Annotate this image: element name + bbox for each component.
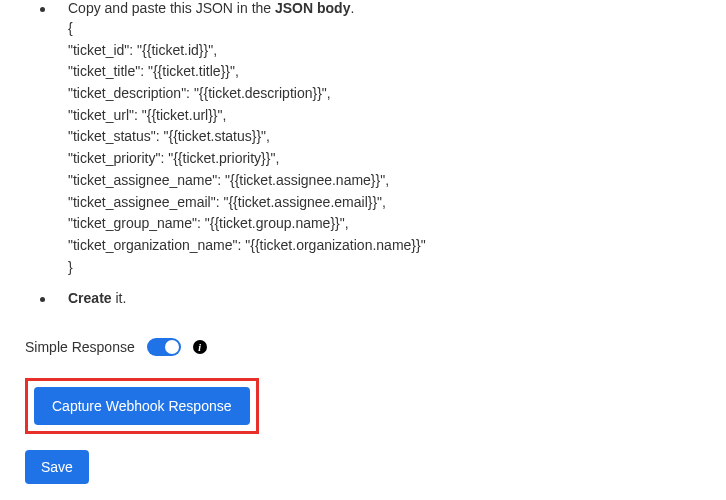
simple-response-label: Simple Response (25, 339, 135, 355)
toggle-knob (165, 340, 179, 354)
info-icon[interactable]: i (193, 340, 207, 354)
lower-section: Simple Response i Capture Webhook Respon… (0, 318, 726, 484)
instruction-copy-paste: Copy and paste this JSON in the JSON bod… (40, 0, 726, 278)
simple-response-toggle[interactable] (147, 338, 181, 356)
capture-webhook-button[interactable]: Capture Webhook Response (34, 387, 250, 425)
copy-paste-bold: JSON body (275, 0, 350, 16)
create-bold: Create (68, 290, 112, 306)
json-body-block: { "ticket_id": "{{ticket.id}}", "ticket_… (68, 18, 726, 278)
copy-paste-prefix: Copy and paste this JSON in the (68, 0, 275, 16)
instruction-create: Create it. (40, 290, 726, 306)
instruction-copy-paste-text: Copy and paste this JSON in the JSON bod… (68, 0, 354, 16)
save-button[interactable]: Save (25, 450, 89, 484)
copy-paste-suffix: . (350, 0, 354, 16)
capture-webhook-highlight: Capture Webhook Response (25, 378, 259, 434)
simple-response-row: Simple Response i (25, 338, 726, 356)
create-suffix: it. (112, 290, 127, 306)
info-icon-glyph: i (198, 342, 201, 353)
